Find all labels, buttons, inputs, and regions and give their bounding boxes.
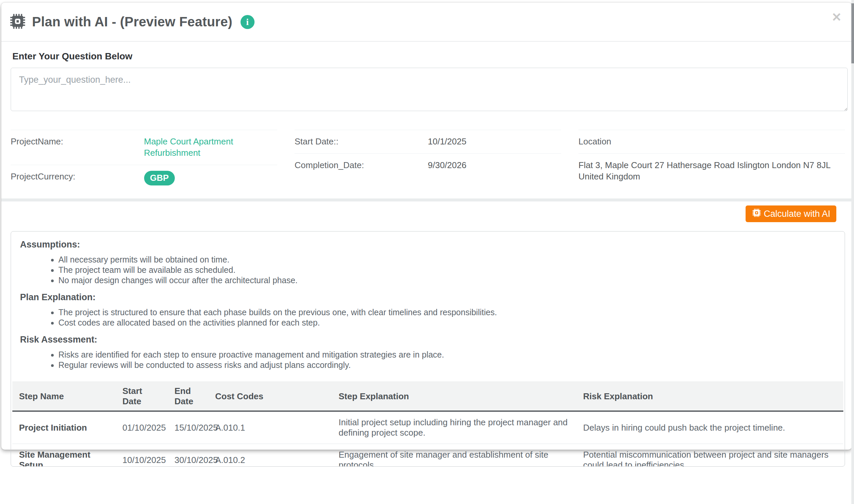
list-item: All necessary permits will be obtained o…	[58, 254, 844, 265]
list-item: The project is structured to ensure that…	[58, 307, 844, 318]
project-details: ProjectName: Maple Court Apartment Refur…	[11, 130, 845, 192]
list-item: Cost codes are allocated based on the ac…	[58, 318, 844, 328]
scrollbar-thumb[interactable]	[851, 3, 854, 64]
table-row: Project Initiation 01/10/2025 15/10/2025…	[12, 411, 843, 444]
cell-end-date: 30/10/2025	[168, 444, 208, 467]
completion-date-row: Completion_Date: 9/30/2026	[294, 154, 561, 177]
modal-body: Enter Your Question Below ProjectName: M…	[1, 42, 852, 467]
start-date-label: Start Date::	[294, 136, 428, 147]
location-value-row: Flat 3, Maple Court 27 Hathersage Road I…	[579, 154, 845, 188]
start-date-value: 10/1/2025	[428, 136, 561, 147]
cell-risk-explanation: Potential miscommunication between proje…	[577, 444, 843, 467]
table-header-row: Step Name Start Date End Date Cost Codes…	[12, 382, 843, 411]
modal-header: Plan with AI - (Preview Feature) i ✕	[1, 3, 852, 42]
ai-plan-panel[interactable]: Assumptions: All necessary permits will …	[11, 231, 845, 467]
col-header-step-explanation: Step Explanation	[332, 382, 577, 411]
assumptions-heading: Assumptions:	[20, 239, 844, 250]
location-label: Location	[579, 136, 712, 147]
completion-date-label: Completion_Date:	[294, 159, 428, 171]
section-divider	[1, 198, 852, 201]
list-item: The project team will be available as sc…	[58, 265, 844, 275]
table-row: Site Management Setup 10/10/2025 30/10/2…	[12, 444, 843, 467]
col-header-cost-codes: Cost Codes	[208, 382, 332, 411]
cell-step-explanation: Initial project setup including hiring t…	[332, 411, 577, 444]
details-col-middle: Start Date:: 10/1/2025 Completion_Date: …	[294, 130, 561, 177]
project-currency-label: ProjectCurrency:	[11, 171, 144, 185]
currency-badge: GBP	[144, 171, 175, 185]
plan-explanation-list: The project is structured to ensure that…	[11, 307, 844, 328]
calculate-with-ai-label: Calculate with AI	[764, 209, 830, 219]
details-col-left: ProjectName: Maple Court Apartment Refur…	[11, 130, 277, 192]
actions-bar: Calculate with AI	[11, 201, 845, 222]
col-header-start-date: Start Date	[116, 382, 168, 411]
col-header-risk-explanation: Risk Explanation	[577, 382, 843, 411]
project-name-row: ProjectName: Maple Court Apartment Refur…	[11, 130, 277, 165]
page: Plan with AI - (Preview Feature) i ✕ Ent…	[0, 0, 854, 504]
plan-with-ai-modal: Plan with AI - (Preview Feature) i ✕ Ent…	[1, 3, 852, 450]
cell-start-date: 01/10/2025	[116, 411, 168, 444]
cell-step-name: Site Management Setup	[12, 444, 116, 467]
question-input[interactable]	[11, 68, 848, 111]
list-item: No major design changes will occur after…	[58, 275, 844, 286]
list-item: Risks are identified for each step to en…	[58, 349, 844, 360]
info-icon[interactable]: i	[240, 15, 255, 29]
cell-cost-codes: A.010.1	[208, 411, 332, 444]
details-col-right: Location Flat 3, Maple Court 27 Hathersa…	[579, 130, 845, 188]
completion-date-value: 9/30/2026	[428, 159, 561, 171]
plan-explanation-heading: Plan Explanation:	[20, 292, 844, 303]
close-icon[interactable]: ✕	[832, 11, 842, 23]
modal-title: Plan with AI - (Preview Feature)	[32, 14, 233, 29]
cell-cost-codes: A.010.2	[208, 444, 332, 467]
calculate-with-ai-button[interactable]: Calculate with AI	[746, 205, 836, 222]
location-value: Flat 3, Maple Court 27 Hathersage Road I…	[579, 159, 845, 182]
question-label: Enter Your Question Below	[12, 51, 845, 62]
risk-assessment-list: Risks are identified for each step to en…	[11, 349, 844, 370]
microchip-icon	[9, 12, 27, 32]
project-currency-row: ProjectCurrency: GBP	[11, 165, 277, 192]
cell-step-explanation: Engagement of site manager and establish…	[332, 444, 577, 467]
start-date-row: Start Date:: 10/1/2025	[294, 130, 561, 154]
cell-start-date: 10/10/2025	[116, 444, 168, 467]
risk-assessment-heading: Risk Assessment:	[20, 335, 844, 345]
plan-steps-table: Step Name Start Date End Date Cost Codes…	[12, 382, 843, 467]
microchip-icon	[751, 208, 762, 220]
project-name-label: ProjectName:	[11, 136, 144, 159]
project-currency-value: GBP	[144, 171, 277, 185]
assumptions-list: All necessary permits will be obtained o…	[11, 254, 844, 286]
cell-end-date: 15/10/2025	[168, 411, 208, 444]
scrollbar-track[interactable]	[851, 0, 854, 504]
col-header-end-date: End Date	[168, 382, 208, 411]
list-item: Regular reviews will be conducted to ass…	[58, 360, 844, 370]
cell-risk-explanation: Delays in hiring could push back the pro…	[577, 411, 843, 444]
cell-step-name: Project Initiation	[12, 411, 116, 444]
location-header-row: Location	[579, 130, 845, 154]
col-header-step-name: Step Name	[12, 382, 116, 411]
project-name-link[interactable]: Maple Court Apartment Refurbishment	[144, 136, 277, 159]
